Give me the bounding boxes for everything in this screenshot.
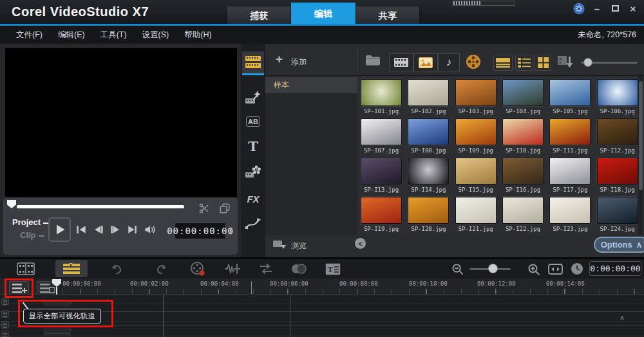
scrub-bar[interactable] — [17, 205, 184, 208]
library-item[interactable]: SP-I10.jpg — [502, 118, 544, 154]
undo-button[interactable] — [109, 262, 124, 275]
library-scrollbar-thumb[interactable] — [639, 81, 643, 190]
timeline-view-button[interactable] — [55, 260, 88, 277]
nav-motion-path-tab[interactable] — [242, 212, 264, 234]
title-track-row[interactable] — [0, 327, 644, 336]
zoom-out-icon[interactable] — [451, 263, 464, 275]
music-track-icon[interactable] — [1, 331, 9, 337]
enlarge-preview-icon[interactable] — [218, 202, 231, 215]
movie-reel-icon[interactable] — [465, 53, 482, 70]
filter-audio-button[interactable]: ♪ — [438, 53, 460, 71]
tab-edit[interactable]: 编辑 — [291, 3, 355, 26]
options-button[interactable]: Options ∧ — [594, 237, 644, 253]
add-folder-button[interactable]: 添加 — [291, 57, 307, 68]
redo-button[interactable] — [155, 262, 169, 275]
library-item[interactable]: SP-I12.jpg — [597, 118, 638, 154]
import-folder-icon[interactable] — [364, 52, 382, 68]
trim-marker-handle[interactable] — [7, 200, 16, 208]
timecode-spinner[interactable]: ▲ ▼ — [227, 222, 235, 240]
close-button[interactable]: × — [627, 3, 639, 14]
library-item[interactable]: SP-I03.jpg — [455, 79, 497, 114]
library-item[interactable]: SP-I13.jpg — [361, 158, 402, 193]
previous-frame-button[interactable] — [91, 223, 106, 237]
library-item[interactable]: SP-I06.jpg — [597, 79, 638, 114]
maximize-button[interactable] — [609, 3, 621, 14]
tracks-scroll-up-icon[interactable]: ∧ — [620, 314, 625, 322]
track-chain-icon[interactable] — [290, 262, 308, 275]
library-item[interactable]: SP-I24.jpg — [597, 197, 638, 232]
collapse-back-button[interactable]: < — [355, 238, 366, 249]
nav-media-tab[interactable] — [242, 51, 264, 75]
view-thumbnail-button[interactable] — [535, 55, 551, 71]
library-item[interactable]: SP-I07.jpg — [361, 118, 402, 154]
view-list-button[interactable] — [515, 55, 533, 71]
record-capture-icon[interactable] — [189, 261, 206, 277]
nav-transitions-tab[interactable] — [242, 87, 264, 109]
go-to-start-button[interactable] — [74, 223, 88, 237]
library-category-sample[interactable]: 样本 — [265, 77, 357, 93]
filter-video-button[interactable] — [389, 53, 413, 71]
timeline-ruler[interactable]: 00:00:00:0000:00:02:0000:00:04:0000:00:0… — [0, 278, 644, 295]
timeline-zoom-slider-thumb[interactable] — [488, 264, 498, 273]
library-item[interactable]: SP-I23.jpg — [549, 197, 591, 232]
library-item[interactable]: SP-I19.jpg — [361, 197, 402, 232]
library-item[interactable]: SP-I08.jpg — [408, 118, 449, 154]
library-item[interactable]: SP-I05.jpg — [549, 79, 591, 114]
menu-item-file[interactable]: 文件(F) — [16, 30, 43, 41]
thumbnail-size-slider-thumb[interactable] — [583, 58, 592, 67]
library-item[interactable]: SP-I18.jpg — [597, 158, 638, 193]
next-frame-button[interactable] — [108, 223, 122, 237]
library-item[interactable]: SP-I16.jpg — [502, 158, 544, 193]
library-thumbnail — [502, 197, 544, 224]
library-item[interactable]: SP-I21.jpg — [455, 197, 497, 232]
subtitle-editor-icon[interactable]: T — [325, 262, 341, 275]
library-item[interactable]: SP-I17.jpg — [549, 158, 591, 193]
zoom-in-icon[interactable] — [527, 262, 540, 276]
library-item[interactable]: SP-I01.jpg — [361, 79, 402, 114]
library-item[interactable]: SP-I09.jpg — [455, 118, 497, 154]
ripple-edit-icon[interactable] — [258, 262, 274, 275]
view-banner-button[interactable] — [493, 55, 513, 71]
menu-item-settings[interactable]: 设置(S) — [142, 30, 169, 41]
library-item[interactable]: SP-I02.jpg — [408, 79, 449, 114]
storyboard-view-button[interactable] — [15, 262, 36, 276]
tab-share[interactable]: 共享 — [355, 6, 420, 26]
menu-item-help[interactable]: 帮助(H) — [184, 30, 211, 41]
project-mode-label[interactable]: Project — [12, 217, 49, 227]
go-to-end-button[interactable] — [126, 223, 140, 237]
library-item[interactable]: SP-I22.jpg — [502, 197, 544, 232]
clip-mode-label[interactable]: Clip — [20, 230, 44, 240]
split-clip-scissors-icon[interactable] — [198, 202, 211, 215]
preview-timecode[interactable]: 00:00:00:00 — [175, 223, 226, 239]
help-orb-icon[interactable] — [573, 3, 585, 14]
library-item[interactable]: SP-I11.jpg — [549, 118, 591, 154]
spinner-down-icon[interactable]: ▼ — [229, 231, 234, 235]
menu-item-edit[interactable]: 编辑(E) — [58, 30, 85, 41]
sort-az-icon[interactable]: A Z — [556, 54, 574, 69]
menu-item-tools[interactable]: 工具(T) — [100, 30, 127, 41]
overlay-track-icon[interactable] — [1, 310, 9, 318]
nav-transition-ab-tab[interactable]: AB — [242, 111, 264, 132]
library-scrollbar[interactable] — [638, 76, 643, 235]
tab-capture[interactable]: 捕获 — [227, 6, 291, 26]
nav-graphics-tab[interactable] — [242, 161, 264, 183]
library-item-label: SP-I01.jpg — [361, 108, 402, 114]
library-item[interactable]: SP-I14.jpg — [408, 158, 449, 193]
nav-filter-fx-tab[interactable]: FX — [242, 188, 264, 210]
video-track-icon[interactable] — [1, 298, 9, 305]
library-item[interactable]: SP-I15.jpg — [455, 158, 497, 193]
nav-title-tab[interactable]: T — [242, 135, 264, 157]
library-item[interactable]: SP-I20.jpg — [408, 197, 449, 232]
minimize-button[interactable]: – — [591, 3, 603, 14]
timeline-timecode[interactable]: 0:00:00:00 — [589, 261, 641, 276]
play-button[interactable] — [48, 217, 71, 242]
project-duration-clock-icon[interactable] — [571, 262, 583, 275]
title-track-icon[interactable] — [1, 321, 9, 329]
sound-mixer-icon[interactable] — [223, 262, 242, 276]
filter-photo-button[interactable] — [413, 53, 438, 71]
browse-icon[interactable] — [272, 239, 289, 251]
browse-button[interactable]: 浏览 — [291, 241, 307, 251]
volume-button[interactable] — [142, 223, 158, 237]
fit-project-icon[interactable] — [548, 263, 563, 275]
library-item[interactable]: SP-I04.jpg — [502, 79, 544, 114]
